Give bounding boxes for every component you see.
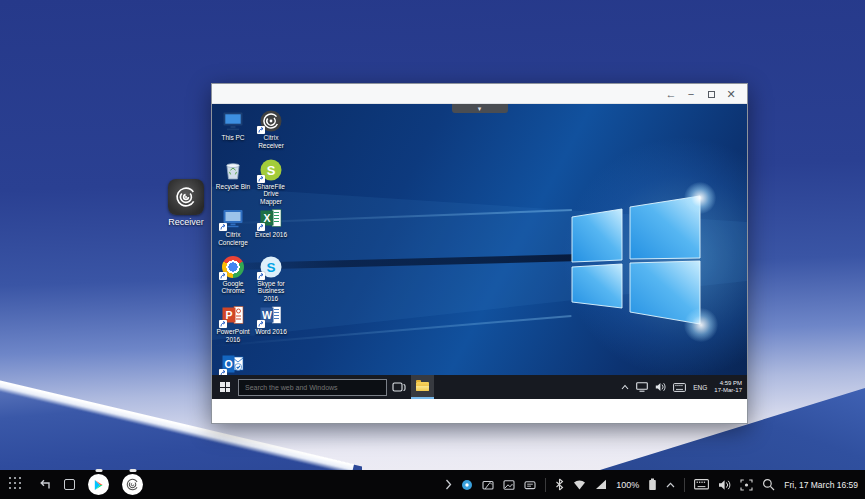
- remote-start-button[interactable]: [212, 375, 238, 399]
- shortcut-arrow-icon: [257, 223, 265, 231]
- remote-icon-this-pc[interactable]: This PC: [214, 109, 252, 158]
- svg-text:S: S: [267, 162, 276, 177]
- running-indicator: [95, 469, 102, 472]
- folder-icon: [416, 382, 429, 391]
- gallery-notification-icon[interactable]: [503, 479, 515, 491]
- svg-text:X: X: [263, 212, 270, 224]
- powerpoint-icon: P: [221, 303, 245, 327]
- host-taskbar: 100% Fri, 17 March 16:59: [0, 470, 865, 499]
- citrix-receiver-window: ← − ✕: [211, 83, 748, 424]
- host-taskbar-right: 100% Fri, 17 March 16:59: [445, 478, 865, 492]
- notification-app-icon[interactable]: [461, 479, 473, 491]
- word-icon: W: [259, 303, 283, 327]
- chrome-icon: [221, 255, 245, 279]
- shortcut-arrow-icon: [219, 223, 227, 231]
- toolbar-pull-tab[interactable]: ▾: [452, 104, 508, 113]
- tray-chevron-up-icon[interactable]: [621, 384, 629, 390]
- touch-keyboard-icon[interactable]: [673, 383, 686, 392]
- this-pc-icon: [221, 109, 245, 133]
- back-nav-button[interactable]: [37, 478, 51, 491]
- maximize-icon: [708, 91, 715, 98]
- task-view-button[interactable]: [387, 375, 411, 399]
- volume-icon[interactable]: [718, 479, 731, 491]
- remote-search-input[interactable]: [239, 384, 386, 391]
- running-indicator: [129, 469, 136, 472]
- shortcut-arrow-icon: [257, 272, 265, 280]
- remote-desktop: ▾ This PC: [212, 104, 747, 399]
- speaker-icon[interactable]: [655, 382, 666, 392]
- svg-text:P: P: [225, 309, 232, 321]
- tray-divider: [684, 478, 685, 492]
- desktop-icon-label: Receiver: [164, 217, 208, 227]
- battery-icon: [648, 478, 657, 491]
- citrix-receiver-icon: [259, 109, 283, 133]
- remote-icon-citrix-concierge[interactable]: Citrix Concierge: [214, 206, 252, 255]
- shortcut-arrow-icon: [257, 320, 265, 328]
- close-button[interactable]: ✕: [721, 84, 741, 104]
- search-icon[interactable]: [762, 478, 775, 491]
- wifi-icon[interactable]: [573, 479, 586, 490]
- remote-icon-citrix-receiver[interactable]: Citrix Receiver: [252, 109, 290, 158]
- remote-icon-skype-for-business[interactable]: S Skype for Business 2016: [252, 255, 290, 304]
- minimize-button[interactable]: −: [681, 84, 701, 104]
- desktop-icon-receiver[interactable]: Receiver: [164, 179, 208, 227]
- recycle-bin-icon: [221, 158, 245, 182]
- screen-capture-icon[interactable]: [740, 479, 753, 491]
- battery-chevron-up-icon[interactable]: [666, 482, 675, 488]
- svg-text:W: W: [262, 309, 272, 321]
- host-taskbar-left: [0, 470, 143, 499]
- window-titlebar: ← − ✕: [212, 84, 747, 104]
- skype-icon: S: [259, 255, 283, 279]
- windows-logo: [564, 190, 708, 330]
- camera-notification-icon[interactable]: [482, 479, 494, 491]
- keyboard-toggle-icon[interactable]: [694, 479, 709, 490]
- recents-button[interactable]: [64, 479, 75, 490]
- citrix-receiver-icon: [168, 179, 204, 215]
- host-clock[interactable]: Fri, 17 March 16:59: [784, 480, 858, 490]
- shortcut-arrow-icon: [257, 175, 265, 183]
- battery-percentage[interactable]: 100%: [616, 480, 639, 490]
- sharefile-icon: S: [259, 158, 283, 182]
- citrix-receiver-taskbar-icon[interactable]: [122, 474, 143, 495]
- remote-icon-powerpoint-2016[interactable]: P PowerPoint 2016: [214, 303, 252, 352]
- outlook-icon: O: [221, 352, 245, 376]
- remote-clock-time: 4:59 PM: [714, 380, 742, 387]
- expand-tray-icon[interactable]: [445, 479, 452, 490]
- tray-divider: [545, 478, 546, 492]
- remote-clock[interactable]: 4:59 PM 17-Mar-17: [714, 380, 742, 394]
- citrix-concierge-icon: [221, 206, 245, 230]
- language-indicator[interactable]: ENG: [693, 384, 707, 391]
- network-display-icon[interactable]: [636, 382, 648, 392]
- dex-desktop-screen: Receiver ← − ✕: [0, 0, 865, 499]
- citrix-receiver-icon: [125, 477, 140, 492]
- back-button[interactable]: ←: [661, 84, 681, 104]
- remote-desktop-icon-grid: This PC: [214, 109, 290, 399]
- remote-icon-recycle-bin[interactable]: Recycle Bin: [214, 158, 252, 207]
- remote-clock-date: 17-Mar-17: [714, 387, 742, 394]
- remote-icon-excel-2016[interactable]: X Excel 2016: [252, 206, 290, 255]
- shortcut-arrow-icon: [219, 320, 227, 328]
- shortcut-arrow-icon: [257, 126, 265, 134]
- play-store-taskbar-icon[interactable]: [88, 474, 109, 495]
- apps-grid-button[interactable]: [9, 477, 24, 492]
- remote-icon-sharefile-drive-mapper[interactable]: S ShareFile Drive Mapper: [252, 158, 290, 207]
- svg-text:S: S: [266, 260, 275, 275]
- remote-search-box[interactable]: [238, 379, 387, 396]
- remote-system-tray: ENG 4:59 PM 17-Mar-17: [621, 375, 747, 399]
- shortcut-arrow-icon: [219, 272, 227, 280]
- chevron-down-icon: ▾: [478, 105, 482, 112]
- maximize-button[interactable]: [701, 84, 721, 104]
- play-store-icon: [93, 479, 104, 491]
- bluetooth-icon[interactable]: [555, 478, 564, 491]
- task-view-icon: [392, 382, 406, 393]
- message-notification-icon[interactable]: [524, 479, 536, 491]
- remote-icon-google-chrome[interactable]: Google Chrome: [214, 255, 252, 304]
- excel-icon: X: [259, 206, 283, 230]
- windows-start-icon: [220, 382, 230, 392]
- cellular-signal-icon[interactable]: [595, 479, 607, 490]
- file-explorer-button[interactable]: [411, 375, 434, 399]
- remote-taskbar: ENG 4:59 PM 17-Mar-17: [212, 375, 747, 399]
- remote-icon-word-2016[interactable]: W Word 2016: [252, 303, 290, 352]
